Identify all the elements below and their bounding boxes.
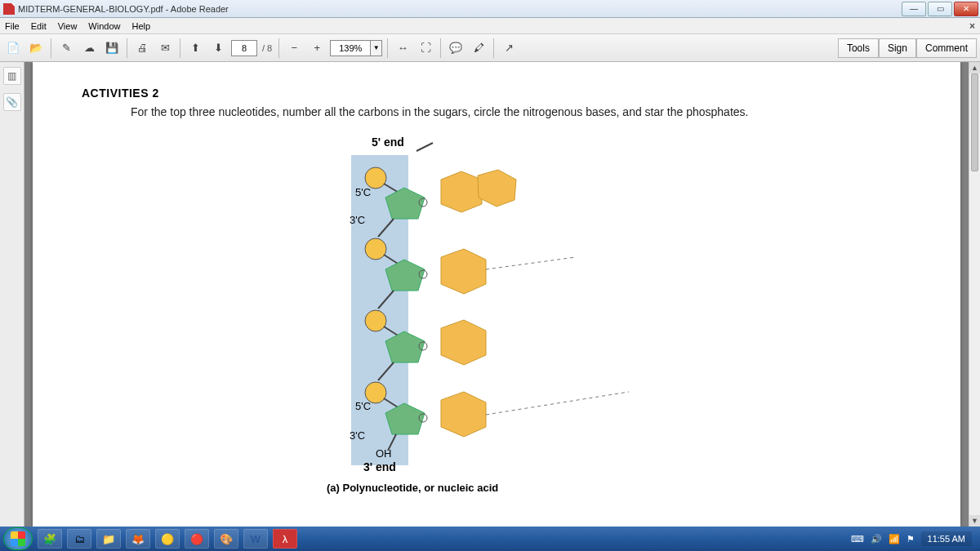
tray-icon-network[interactable]: 📶 xyxy=(889,534,900,544)
zoom-out-icon[interactable]: − xyxy=(284,38,304,58)
menu-view[interactable]: View xyxy=(58,21,78,31)
instruction-text: For the top three nucleotides, number al… xyxy=(131,104,866,121)
toolbar: 📄 📂 ✎ ☁ 💾 🖨 ✉ ⬆ ⬇ 8 / 8 − + 139% ▼ ↔ ⛶ 💬… xyxy=(0,34,980,62)
svg-marker-6 xyxy=(478,170,516,207)
highlight-icon[interactable]: 🖍 xyxy=(469,38,488,58)
comment-panel-button[interactable]: Comment xyxy=(916,38,977,58)
menubar: File Edit View Window Help × xyxy=(0,18,980,34)
print-icon[interactable]: 🖨 xyxy=(132,38,152,58)
diagram-caption: (a) Polynucleotide, or nucleic acid xyxy=(327,482,498,494)
taskbar-firefox-icon[interactable]: 🦊 xyxy=(126,529,150,549)
page-number-input[interactable]: 8 xyxy=(231,40,257,56)
comment-icon[interactable]: 💬 xyxy=(446,38,466,58)
pdf-page: ACTIVITIES 2 For the top three nucleotid… xyxy=(33,62,960,527)
separator xyxy=(278,38,279,58)
label-5c-bottom: 5'C xyxy=(355,400,371,412)
separator xyxy=(127,38,127,58)
start-button[interactable] xyxy=(3,527,33,550)
taskbar-app-1[interactable]: 🧩 xyxy=(38,529,62,549)
label-5c-top: 5'C xyxy=(355,186,371,198)
separator xyxy=(180,38,180,58)
taskbar-reader-icon[interactable]: λ xyxy=(273,529,297,549)
taskbar-explorer-icon[interactable]: 📁 xyxy=(96,529,121,549)
page-total: / 8 xyxy=(261,43,274,53)
document-viewport: ACTIVITIES 2 For the top three nucleotid… xyxy=(24,62,969,527)
scroll-down-icon[interactable]: ▼ xyxy=(969,515,980,527)
menu-file[interactable]: File xyxy=(5,21,20,31)
label-3prime-end: 3' end xyxy=(363,460,396,473)
label-5prime-end: 5' end xyxy=(372,136,404,149)
taskbar: 🧩 🗂 📁 🦊 🟡 🔴 🎨 W λ ⌨ 🔊 📶 ⚑ 11:55 AM xyxy=(0,527,980,551)
diagram-svg xyxy=(327,139,751,490)
email-icon[interactable]: ✉ xyxy=(155,38,175,58)
save-cloud-icon[interactable]: ☁ xyxy=(79,38,99,58)
svg-marker-25 xyxy=(441,392,486,437)
svg-marker-12 xyxy=(441,249,486,294)
windows-orb-icon xyxy=(11,531,25,546)
tray-clock[interactable]: 11:55 AM xyxy=(921,531,972,546)
edit-icon[interactable]: ✎ xyxy=(56,38,76,58)
sidebar: ▥ 📎 xyxy=(0,62,24,527)
read-mode-icon[interactable]: ↗ xyxy=(499,38,519,58)
system-tray: ⌨ 🔊 📶 ⚑ 11:55 AM xyxy=(851,531,977,546)
svg-line-26 xyxy=(486,392,629,415)
svg-marker-19 xyxy=(441,320,486,365)
svg-line-13 xyxy=(486,257,576,269)
label-3c-bottom: 3'C xyxy=(350,429,365,442)
fit-page-icon[interactable]: ⛶ xyxy=(416,38,435,58)
zoom-dropdown-icon[interactable]: ▼ xyxy=(371,40,382,56)
taskbar-opera-icon[interactable]: 🔴 xyxy=(185,529,209,549)
tray-icon-keyboard[interactable]: ⌨ xyxy=(851,534,864,544)
zoom-in-icon[interactable]: + xyxy=(307,38,327,58)
menu-help[interactable]: Help xyxy=(131,21,150,31)
separator xyxy=(387,38,388,58)
nucleotide-diagram: 5' end 5'C 3'C 5'C 3'C OH 3' end (a) Pol… xyxy=(327,139,751,490)
separator xyxy=(51,38,51,58)
page-down-icon[interactable]: ⬇ xyxy=(208,38,228,58)
save-icon[interactable]: 💾 xyxy=(102,38,122,58)
window-title: MIDTERM-GENERAL-BIOLOGY.pdf - Adobe Read… xyxy=(18,4,229,14)
label-3c-top: 3'C xyxy=(350,214,365,226)
sign-panel-button[interactable]: Sign xyxy=(879,38,916,58)
export-pdf-icon[interactable]: 📄 xyxy=(3,38,23,58)
svg-point-15 xyxy=(365,310,386,331)
scroll-up-icon[interactable]: ▲ xyxy=(969,62,980,73)
taskbar-app-2[interactable]: 🗂 xyxy=(67,529,91,549)
svg-marker-5 xyxy=(441,171,482,212)
tools-panel-button[interactable]: Tools xyxy=(838,38,879,58)
svg-point-8 xyxy=(365,238,386,260)
taskbar-word-icon[interactable]: W xyxy=(243,529,268,549)
label-oh: OH xyxy=(376,447,392,460)
taskbar-paint-icon[interactable]: 🎨 xyxy=(214,529,238,549)
close-button[interactable]: ✕ xyxy=(954,2,978,16)
page-up-icon[interactable]: ⬆ xyxy=(185,38,205,58)
maximize-button[interactable]: ▭ xyxy=(928,2,952,16)
page-heading: ACTIVITIES 2 xyxy=(82,87,911,100)
menu-edit[interactable]: Edit xyxy=(31,21,47,31)
attachments-icon[interactable]: 📎 xyxy=(3,93,21,111)
taskbar-chrome-icon[interactable]: 🟡 xyxy=(155,529,180,549)
window-titlebar: MIDTERM-GENERAL-BIOLOGY.pdf - Adobe Read… xyxy=(0,0,980,18)
thumbnails-icon[interactable]: ▥ xyxy=(3,67,21,85)
tray-icon-flag[interactable]: ⚑ xyxy=(906,534,915,544)
zoom-field[interactable]: 139% xyxy=(330,40,371,56)
svg-line-28 xyxy=(416,143,433,151)
vertical-scrollbar[interactable]: ▲ ▼ xyxy=(969,62,980,527)
pdf-icon xyxy=(3,3,15,15)
tray-icon-volume[interactable]: 🔊 xyxy=(871,534,882,544)
close-doc-button[interactable]: × xyxy=(969,20,975,32)
fit-width-icon[interactable]: ↔ xyxy=(393,38,412,58)
open-icon[interactable]: 📂 xyxy=(26,38,46,58)
menu-window[interactable]: Window xyxy=(88,21,120,31)
scroll-thumb[interactable] xyxy=(971,73,978,171)
separator xyxy=(440,38,441,58)
minimize-button[interactable]: — xyxy=(902,2,926,16)
separator xyxy=(493,38,494,58)
